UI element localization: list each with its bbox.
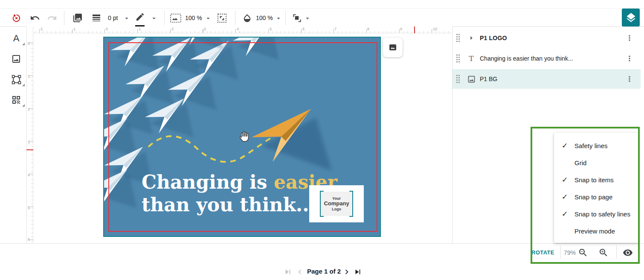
layer-row-p1-logo[interactable]: P1 LOGO bbox=[453, 28, 641, 48]
expand-chevron-right-icon[interactable] bbox=[467, 33, 476, 43]
design-canvas-page[interactable]: Changing is easier than you think... You… bbox=[103, 37, 381, 237]
undo-button[interactable] bbox=[29, 12, 41, 24]
opacity-dropdown-icon[interactable] bbox=[275, 15, 282, 22]
image-icon bbox=[389, 43, 397, 52]
layer-label[interactable]: Changing is easier than you think... bbox=[480, 55, 624, 62]
redo-button[interactable] bbox=[46, 12, 58, 24]
undo-icon bbox=[30, 13, 40, 23]
ruler-number: 2 bbox=[41, 27, 43, 31]
text-tool-submenu-triangle bbox=[22, 43, 25, 45]
ruler-number: 6 bbox=[302, 27, 305, 31]
ruler-number: 1 bbox=[73, 27, 75, 31]
background-image-button[interactable] bbox=[72, 12, 84, 24]
workspace-bottom-divider bbox=[0, 243, 644, 244]
image-layer-icon bbox=[467, 75, 476, 84]
ruler-cursor-marker-horizontal bbox=[414, 26, 415, 33]
ruler-number: 3 bbox=[28, 140, 30, 144]
ruler-number: 7 bbox=[334, 27, 337, 31]
ruler-number: 4 bbox=[237, 27, 239, 31]
photo-library-icon bbox=[73, 13, 83, 23]
checkmark-icon: ✓ bbox=[562, 175, 574, 184]
ruler-number: 10 bbox=[433, 27, 437, 31]
previous-page-button[interactable] bbox=[295, 267, 305, 277]
last-page-button[interactable] bbox=[353, 267, 363, 277]
ruler-number: 6 bbox=[28, 237, 30, 242]
transform-frame-icon bbox=[11, 74, 22, 85]
headline-line1: Changing is easier bbox=[142, 171, 337, 193]
arrange-order-icon bbox=[292, 13, 302, 23]
company-logo-placeholder[interactable]: Your Company Logo bbox=[309, 185, 364, 222]
layer-row-p1-bg[interactable]: P1 BG bbox=[453, 69, 641, 89]
first-page-button[interactable] bbox=[283, 267, 293, 277]
frame-tool-submenu-triangle bbox=[22, 84, 25, 86]
logo-inner-frame: Your Company Logo bbox=[321, 192, 352, 216]
drag-handle-icon[interactable] bbox=[455, 74, 461, 84]
logo-text-line3: Logo bbox=[332, 207, 341, 211]
image-scale-icon bbox=[170, 14, 181, 23]
ruler-number: 1 bbox=[28, 74, 30, 79]
pencil-icon bbox=[135, 12, 145, 22]
logo-text-line2: Company bbox=[324, 201, 349, 207]
crop-fit-button[interactable] bbox=[216, 12, 228, 24]
text-tool-icon: A bbox=[13, 33, 20, 44]
ruler-number: 8 bbox=[367, 27, 369, 31]
layer-row-headline-text[interactable]: T Changing is easier than you think... bbox=[453, 49, 641, 68]
image-tool-button[interactable] bbox=[7, 50, 26, 68]
logo-bracket-right bbox=[349, 191, 353, 217]
ruler-number: 3 bbox=[204, 27, 206, 31]
opacity-button[interactable] bbox=[241, 12, 253, 24]
ruler-number: 0 bbox=[106, 27, 108, 31]
drag-handle-icon[interactable] bbox=[455, 33, 461, 43]
opacity-value[interactable]: 100 % bbox=[256, 15, 273, 21]
menu-item-grid[interactable]: Grid bbox=[554, 154, 638, 171]
preview-eye-button[interactable] bbox=[623, 248, 633, 258]
toolbar-separator bbox=[64, 11, 64, 25]
vertical-ruler bbox=[26, 26, 33, 243]
more-options-icon[interactable] bbox=[625, 54, 634, 63]
menu-item-snap-to-page[interactable]: ✓ Snap to page bbox=[554, 188, 638, 205]
next-page-button[interactable] bbox=[342, 267, 351, 277]
view-options-menu: ✓ Safety lines Grid ✓ Snap to items ✓ Sn… bbox=[554, 133, 638, 243]
redo-icon bbox=[47, 13, 57, 23]
headline-text-layer[interactable]: Changing is easier than you think... bbox=[142, 171, 337, 216]
line-weight-button[interactable] bbox=[90, 12, 102, 24]
horizontal-ruler bbox=[33, 26, 452, 33]
zoom-in-button[interactable] bbox=[598, 248, 609, 258]
stroke-color-button[interactable] bbox=[134, 11, 146, 23]
toolbar-separator bbox=[235, 11, 235, 25]
drag-handle-icon[interactable] bbox=[455, 54, 461, 63]
checkmark-icon: ✓ bbox=[562, 141, 574, 150]
ruler-number: 2 bbox=[171, 27, 174, 31]
more-options-icon[interactable] bbox=[625, 75, 634, 83]
discard-changes-button[interactable] bbox=[10, 12, 22, 24]
arrange-order-button[interactable] bbox=[291, 12, 303, 24]
page-indicator: Page 1 of 2 bbox=[307, 268, 341, 275]
stroke-width-value[interactable]: 0 pt bbox=[108, 15, 118, 21]
layers-panel-toggle-button[interactable] bbox=[622, 9, 640, 26]
reset-revert-icon bbox=[11, 13, 22, 23]
layer-label[interactable]: P1 LOGO bbox=[480, 35, 624, 41]
image-scale-value[interactable]: 100 % bbox=[185, 15, 202, 21]
menu-item-safety-lines[interactable]: ✓ Safety lines bbox=[554, 137, 638, 154]
line-weight-icon bbox=[91, 13, 102, 23]
rotate-button[interactable]: ROTATE bbox=[531, 249, 554, 256]
stroke-width-dropdown-icon[interactable] bbox=[123, 15, 131, 22]
arrange-dropdown-icon[interactable] bbox=[304, 15, 311, 22]
menu-item-preview-mode[interactable]: Preview mode bbox=[554, 222, 638, 239]
more-options-icon[interactable] bbox=[625, 34, 634, 42]
menu-item-snap-to-safety-lines[interactable]: ✓ Snap to safety lines bbox=[554, 205, 638, 222]
menu-item-snap-to-items[interactable]: ✓ Snap to items bbox=[554, 171, 638, 188]
layer-label[interactable]: P1 BG bbox=[480, 76, 624, 82]
zoom-out-button[interactable] bbox=[578, 248, 588, 258]
qr-code-icon bbox=[11, 95, 21, 105]
bottom-bar-separator bbox=[560, 246, 561, 259]
ruler-number: 2 bbox=[28, 107, 30, 111]
stroke-color-dropdown-icon[interactable] bbox=[150, 15, 158, 22]
image-scale-button[interactable] bbox=[170, 12, 182, 24]
replace-image-button[interactable] bbox=[383, 38, 403, 57]
ruler-number: 9 bbox=[400, 27, 402, 31]
top-toolbar: 0 pt 100 % 100 % bbox=[0, 8, 644, 27]
checkmark-icon: ✓ bbox=[562, 192, 574, 201]
opacity-droplet-icon bbox=[242, 13, 252, 23]
image-scale-dropdown-icon[interactable] bbox=[204, 15, 212, 22]
